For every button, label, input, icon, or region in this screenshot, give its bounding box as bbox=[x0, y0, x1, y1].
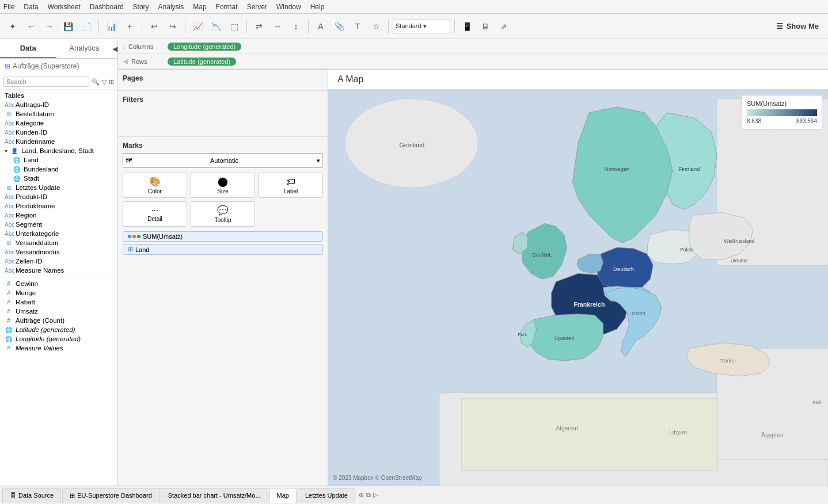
field-gewinn[interactable]: # Gewinn bbox=[0, 279, 117, 288]
field-produktname[interactable]: Abc Produktname bbox=[0, 201, 117, 211]
redo-btn[interactable]: ↪ bbox=[165, 18, 181, 35]
field-versandmodus[interactable]: Abc Versandmodus bbox=[0, 247, 117, 257]
search-icon[interactable]: 🔍 bbox=[92, 78, 100, 86]
field-region[interactable]: Abc Region bbox=[0, 211, 117, 220]
field-longitude[interactable]: 🌐 Longitude (generated) bbox=[0, 334, 117, 343]
menu-story[interactable]: Story bbox=[133, 3, 149, 11]
menu-window[interactable]: Window bbox=[276, 3, 301, 11]
field-measure-names[interactable]: Abc Measure Names bbox=[0, 266, 117, 275]
new-worksheet-btn[interactable]: + bbox=[121, 18, 138, 35]
field-measure-values[interactable]: # Measure Values bbox=[0, 343, 117, 353]
menu-format[interactable]: Format bbox=[216, 3, 238, 11]
field-latitude[interactable]: 🌐 Latitude (generated) bbox=[0, 325, 117, 334]
field-stadt[interactable]: 🌐 Stadt bbox=[0, 174, 117, 183]
size-mark-btn[interactable]: ⬤ Size bbox=[191, 173, 255, 198]
tab-letztes-update[interactable]: Letztes Update bbox=[298, 488, 355, 503]
field-land[interactable]: 🌐 Land bbox=[0, 155, 117, 165]
collapse-panel-btn[interactable]: ◀ bbox=[112, 39, 117, 58]
favorites-btn[interactable]: ☆ bbox=[368, 18, 384, 35]
menu-analysis[interactable]: Analysis bbox=[158, 3, 184, 11]
tab-eu-dashboard[interactable]: ⊞ EU-Superstore Dashboard bbox=[62, 488, 159, 503]
tableau-logo-btn[interactable]: ✦ bbox=[5, 18, 21, 35]
menu-dashboard[interactable]: Dashboard bbox=[90, 3, 124, 11]
field-bestelldatum[interactable]: ⊞ Bestelldatum bbox=[0, 109, 117, 119]
field-label: Kunden-ID bbox=[16, 129, 47, 136]
tab-label: Letztes Update bbox=[305, 492, 348, 499]
menu-help[interactable]: Help bbox=[310, 3, 325, 11]
map-title: A Map bbox=[328, 70, 828, 89]
new-datasource-btn[interactable]: 📊 bbox=[103, 18, 119, 35]
fit-width-btn[interactable]: ↔ bbox=[269, 18, 286, 35]
tooltip-btn[interactable]: 📎 bbox=[331, 18, 347, 35]
mark-type-btn[interactable]: A bbox=[313, 18, 329, 35]
show-me-button[interactable]: ☰ Show Me bbox=[772, 20, 823, 33]
divider1 bbox=[98, 20, 99, 33]
field-umsatz[interactable]: # Umsatz bbox=[0, 307, 117, 316]
tab-data[interactable]: Data bbox=[0, 39, 56, 58]
tab-analytics[interactable]: Analytics bbox=[56, 39, 113, 58]
field-auftrags-id[interactable]: Abc Auftrags-ID bbox=[0, 100, 117, 109]
field-kategorie[interactable]: Abc Kategorie bbox=[0, 119, 117, 128]
color-mark-btn[interactable]: 🎨 Color bbox=[123, 173, 187, 198]
abc-icon: Abc bbox=[5, 258, 13, 265]
field-auftraege-count[interactable]: # Aufträge (Count) bbox=[0, 316, 117, 325]
label-mark-btn[interactable]: 🏷 Label bbox=[259, 173, 323, 198]
sort-clear-btn[interactable]: ⬚ bbox=[226, 18, 242, 35]
field-land-group[interactable]: ▾ 👤 Land, Bundesland, Stadt bbox=[0, 146, 117, 155]
menu-file[interactable]: File bbox=[3, 3, 14, 11]
field-bundesland[interactable]: 🌐 Bundesland bbox=[0, 165, 117, 174]
tab-data-source[interactable]: 🗄 Data Source bbox=[2, 488, 61, 503]
new-sheet-btn[interactable]: ⊕ bbox=[359, 491, 364, 499]
device-desktop-btn[interactable]: 🖥 bbox=[477, 18, 493, 35]
filter-icon[interactable]: ▽ bbox=[102, 78, 107, 86]
marks-type-dropdown[interactable]: 🗺 Automatic ▾ bbox=[123, 153, 323, 168]
grid-view-icon[interactable]: ⊞ bbox=[109, 78, 114, 86]
tooltip-label: Tooltip bbox=[215, 217, 231, 223]
map-container[interactable]: Grönland Norwegen Finnland Großbrit. Fra… bbox=[328, 89, 828, 486]
field-menge[interactable]: # Menge bbox=[0, 288, 117, 297]
menu-server[interactable]: Server bbox=[247, 3, 267, 11]
duplicate-sheet-btn[interactable]: ⧉ bbox=[366, 491, 371, 499]
label-btn[interactable]: T bbox=[350, 18, 366, 35]
longitude-pill[interactable]: Longitude (generated) bbox=[168, 43, 241, 51]
field-letztes-update[interactable]: ⊞ Letztes Update bbox=[0, 183, 117, 192]
tooltip-mark-btn[interactable]: 💬 Tooltip bbox=[191, 201, 255, 227]
menu-map[interactable]: Map bbox=[193, 3, 206, 11]
menu-data[interactable]: Data bbox=[24, 3, 38, 11]
size-icon: ⬤ bbox=[218, 176, 228, 187]
detail-mark-btn[interactable]: ⋯ Detail bbox=[123, 201, 187, 227]
back-btn[interactable]: ← bbox=[23, 18, 39, 35]
undo-btn[interactable]: ↩ bbox=[146, 18, 162, 35]
field-produkt-id[interactable]: Abc Produkt-ID bbox=[0, 192, 117, 201]
save-btn[interactable]: 💾 bbox=[60, 18, 76, 35]
field-kunden-id[interactable]: Abc Kunden-ID bbox=[0, 128, 117, 137]
field-unterkategorie[interactable]: Abc Unterkategorie bbox=[0, 229, 117, 238]
field-zeilen-id[interactable]: Abc Zeilen-ID bbox=[0, 257, 117, 266]
show-me-icon: ☰ bbox=[776, 22, 783, 30]
tab-map[interactable]: Map bbox=[269, 488, 297, 503]
device-preview-btn[interactable]: 📱 bbox=[459, 18, 475, 35]
svg-text:Deutsch.: Deutsch. bbox=[613, 266, 635, 272]
fit-height-btn[interactable]: ↕ bbox=[288, 18, 304, 35]
center-area: ⫶ Columns Longitude (generated) ⫷ Rows L… bbox=[118, 39, 828, 486]
save-as-btn[interactable]: 📄 bbox=[78, 18, 94, 35]
tab-stacked-bar[interactable]: Stacked bar chart - Umsatz/Mo... bbox=[161, 488, 268, 503]
abc-icon: Abc bbox=[5, 231, 13, 237]
view-selector[interactable]: Standard ▾ bbox=[393, 20, 450, 33]
field-kundenname[interactable]: Abc Kundenname bbox=[0, 137, 117, 146]
latitude-pill[interactable]: Latitude (generated) bbox=[168, 58, 236, 66]
field-versanddatum[interactable]: ⊞ Versanddatum bbox=[0, 238, 117, 247]
sum-umsatz-pill[interactable]: SUM(Umsatz) bbox=[123, 231, 323, 242]
land-pill[interactable]: ⊞ Land bbox=[123, 244, 323, 255]
field-segment[interactable]: Abc Segment bbox=[0, 220, 117, 229]
menu-worksheet[interactable]: Worksheet bbox=[48, 3, 81, 11]
sort-desc-btn[interactable]: 📉 bbox=[208, 18, 224, 35]
field-rabatt[interactable]: # Rabatt bbox=[0, 297, 117, 307]
columns-shelf: ⫶ Columns Longitude (generated) bbox=[118, 39, 828, 54]
share-btn[interactable]: ⇗ bbox=[496, 18, 512, 35]
search-input[interactable] bbox=[3, 77, 89, 87]
sort-asc-btn[interactable]: 📈 bbox=[189, 18, 206, 35]
forward-btn[interactable]: → bbox=[41, 18, 58, 35]
present-mode-btn[interactable]: ▷ bbox=[373, 491, 378, 499]
swap-btn[interactable]: ⇄ bbox=[251, 18, 267, 35]
